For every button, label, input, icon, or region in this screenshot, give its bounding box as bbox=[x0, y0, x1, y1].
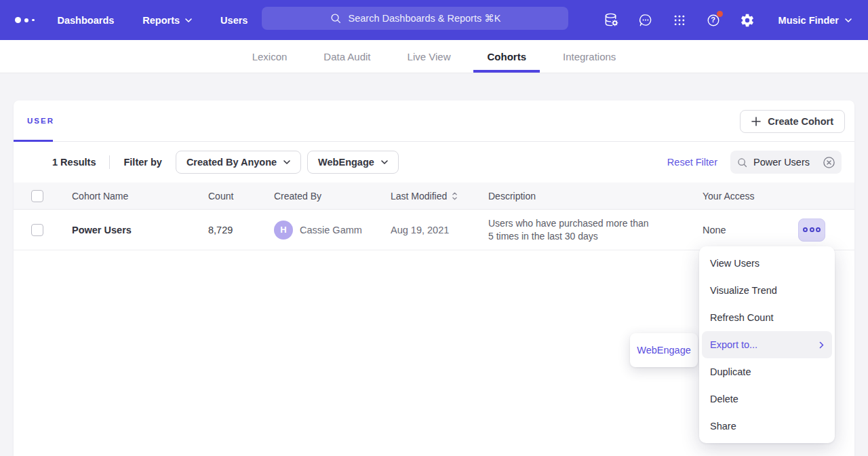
cohort-description: Users who have purchased more than 5 tim… bbox=[488, 217, 654, 243]
col-last-modified-label: Last Modified bbox=[391, 191, 447, 202]
cohorts-page: Dashboards Reports Users Search Dashboar… bbox=[0, 0, 868, 456]
cohort-search-input[interactable] bbox=[753, 157, 817, 168]
chevron-down-icon bbox=[845, 18, 852, 22]
menu-item-share[interactable]: Share bbox=[699, 413, 835, 440]
nav-reports[interactable]: Reports bbox=[142, 15, 192, 26]
created-by-filter-value: Created By Anyone bbox=[186, 157, 277, 168]
gear-icon[interactable] bbox=[739, 12, 755, 28]
project-name: Music Finder bbox=[778, 15, 839, 26]
plus-icon bbox=[751, 117, 761, 126]
tab-cohorts[interactable]: Cohorts bbox=[473, 40, 540, 73]
avatar: H bbox=[274, 221, 293, 240]
nav-dashboards[interactable]: Dashboards bbox=[58, 15, 115, 26]
global-search-input[interactable]: Search Dashboards & Reports ⌘K bbox=[262, 7, 568, 30]
top-navbar: Dashboards Reports Users Search Dashboar… bbox=[0, 0, 868, 40]
apps-grid-icon[interactable] bbox=[671, 12, 688, 28]
submenu-item-webengage[interactable]: WebEngage bbox=[637, 345, 691, 356]
col-created-by: Created By bbox=[274, 191, 391, 202]
panel-header: USER Create Cohort bbox=[14, 100, 854, 142]
col-last-modified[interactable]: Last Modified bbox=[391, 191, 488, 202]
access-value: None bbox=[703, 225, 798, 235]
chevron-down-icon bbox=[283, 160, 290, 164]
tab-lexicon[interactable]: Lexicon bbox=[239, 40, 301, 73]
data-settings-icon[interactable] bbox=[604, 12, 620, 28]
tab-data-audit[interactable]: Data Audit bbox=[310, 40, 384, 73]
menu-item-export-to-label: Export to... bbox=[710, 339, 757, 350]
search-icon bbox=[736, 157, 748, 168]
chevron-down-icon bbox=[185, 18, 192, 22]
mixpanel-logo[interactable] bbox=[15, 17, 35, 23]
menu-item-duplicate[interactable]: Duplicate bbox=[699, 358, 835, 385]
row-checkbox[interactable] bbox=[31, 224, 43, 236]
create-cohort-label: Create Cohort bbox=[768, 116, 833, 127]
notification-dot bbox=[717, 11, 723, 17]
sort-icon bbox=[452, 191, 458, 201]
nav-reports-label: Reports bbox=[142, 15, 180, 26]
export-submenu: WebEngage bbox=[630, 333, 698, 367]
primary-nav: Dashboards Reports Users bbox=[58, 15, 248, 26]
chat-icon[interactable] bbox=[637, 12, 654, 28]
reset-filter-link[interactable]: Reset Filter bbox=[667, 157, 717, 168]
global-search-placeholder: Search Dashboards & Reports ⌘K bbox=[349, 13, 501, 24]
row-actions-button[interactable] bbox=[798, 218, 825, 242]
created-by-name: Cassie Gamm bbox=[300, 225, 362, 235]
tab-user[interactable]: USER bbox=[27, 117, 54, 125]
project-selector[interactable]: Music Finder bbox=[778, 15, 852, 26]
chevron-right-icon bbox=[819, 341, 824, 349]
menu-item-visualize-trend[interactable]: Visualize Trend bbox=[699, 277, 835, 304]
create-cohort-button[interactable]: Create Cohort bbox=[740, 110, 845, 133]
row-context-menu: View Users Visualize Trend Refresh Count… bbox=[699, 246, 835, 443]
active-tab-underline bbox=[14, 140, 53, 142]
nav-users[interactable]: Users bbox=[220, 15, 248, 26]
created-by-cell: H Cassie Gamm bbox=[274, 221, 391, 240]
filter-by-label: Filter by bbox=[123, 157, 161, 168]
webengage-filter-dropdown[interactable]: WebEngage bbox=[307, 151, 399, 174]
cohort-name[interactable]: Power Users bbox=[72, 225, 208, 235]
help-icon[interactable]: ? bbox=[705, 12, 722, 28]
search-icon bbox=[330, 12, 342, 24]
navbar-actions: ? Music Finder bbox=[604, 0, 868, 40]
menu-item-view-users[interactable]: View Users bbox=[699, 250, 835, 277]
cohort-search bbox=[730, 151, 842, 174]
col-cohort-name: Cohort Name bbox=[72, 191, 208, 202]
select-all-checkbox[interactable] bbox=[31, 190, 43, 202]
table-row: Power Users 8,729 H Cassie Gamm Aug 19, … bbox=[14, 210, 854, 250]
results-count: 1 Results bbox=[52, 157, 96, 168]
menu-item-delete[interactable]: Delete bbox=[699, 385, 835, 413]
table-header: Cohort Name Count Created By Last Modifi… bbox=[14, 183, 854, 210]
divider bbox=[109, 155, 110, 169]
tab-live-view[interactable]: Live View bbox=[394, 40, 465, 73]
menu-item-refresh-count[interactable]: Refresh Count bbox=[699, 304, 835, 331]
chevron-down-icon bbox=[381, 160, 388, 164]
last-modified-date: Aug 19, 2021 bbox=[391, 225, 488, 235]
col-description: Description bbox=[488, 191, 703, 202]
menu-item-export-to[interactable]: Export to... bbox=[702, 331, 832, 358]
cohort-count: 8,729 bbox=[208, 225, 274, 235]
created-by-filter-dropdown[interactable]: Created By Anyone bbox=[176, 151, 301, 174]
section-tabs: Lexicon Data Audit Live View Cohorts Int… bbox=[0, 40, 868, 73]
tab-integrations[interactable]: Integrations bbox=[549, 40, 629, 73]
clear-search-icon[interactable] bbox=[823, 156, 835, 169]
filter-bar: 1 Results Filter by Created By Anyone We… bbox=[14, 142, 854, 183]
col-count: Count bbox=[208, 191, 274, 202]
webengage-filter-value: WebEngage bbox=[318, 157, 374, 168]
col-your-access: Your Access bbox=[703, 191, 798, 202]
